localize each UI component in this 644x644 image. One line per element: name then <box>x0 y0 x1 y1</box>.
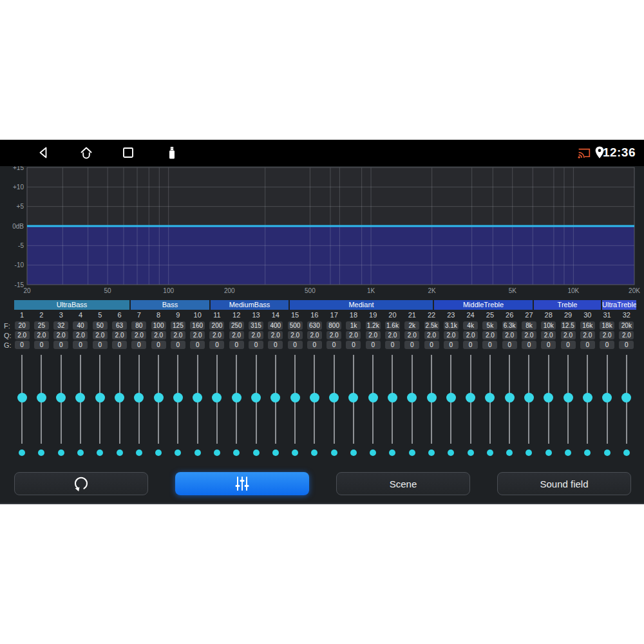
band-gain-slider[interactable] <box>383 350 402 460</box>
scene-button[interactable]: Scene <box>336 472 470 495</box>
slider-knob[interactable] <box>270 393 280 402</box>
band-freq-chip[interactable]: 315 <box>249 321 263 330</box>
band-gain-chip[interactable]: 0 <box>151 341 166 349</box>
band-q-chip[interactable]: 2.0 <box>482 331 497 339</box>
band-q-chip[interactable]: 2.0 <box>209 331 224 339</box>
band-group-treble[interactable]: Treble <box>534 300 601 310</box>
band-q-chip[interactable]: 2.0 <box>93 331 108 339</box>
slider-knob[interactable] <box>368 393 378 402</box>
band-gain-chip[interactable]: 0 <box>73 341 88 349</box>
band-group-mediumbass[interactable]: MediumBass <box>211 300 289 310</box>
band-freq-chip[interactable]: 20k <box>619 321 634 330</box>
band-gain-slider[interactable] <box>129 350 149 460</box>
band-gain-chip[interactable]: 0 <box>619 341 634 349</box>
band-q-chip[interactable]: 2.0 <box>327 331 341 339</box>
band-gain-chip[interactable]: 0 <box>346 341 361 349</box>
band-q-chip[interactable]: 2.0 <box>561 331 576 339</box>
band-freq-chip[interactable]: 5k <box>482 321 497 330</box>
slider-knob[interactable] <box>173 393 183 402</box>
band-gain-chip[interactable]: 0 <box>541 341 556 349</box>
band-gain-chip[interactable]: 0 <box>268 341 283 349</box>
band-gain-slider[interactable] <box>52 350 71 460</box>
slider-knob[interactable] <box>485 393 495 402</box>
band-q-chip[interactable]: 2.0 <box>307 331 322 339</box>
band-freq-chip[interactable]: 100 <box>151 321 166 330</box>
band-gain-chip[interactable]: 0 <box>15 341 30 349</box>
slider-knob[interactable] <box>95 393 105 402</box>
band-q-chip[interactable]: 2.0 <box>600 331 614 339</box>
band-q-chip[interactable]: 2.0 <box>541 331 556 339</box>
band-q-chip[interactable]: 2.0 <box>53 331 68 339</box>
band-freq-chip[interactable]: 25 <box>34 321 49 330</box>
band-gain-chip[interactable]: 0 <box>171 341 185 349</box>
band-gain-slider[interactable] <box>266 350 285 460</box>
band-gain-slider[interactable] <box>246 350 265 460</box>
band-freq-chip[interactable]: 250 <box>229 321 244 330</box>
band-gain-slider[interactable] <box>402 350 422 460</box>
band-gain-chip[interactable]: 0 <box>34 341 49 349</box>
sound-field-button[interactable]: Sound field <box>497 472 631 495</box>
band-q-chip[interactable]: 2.0 <box>404 331 419 339</box>
band-freq-chip[interactable]: 1.2k <box>366 321 381 330</box>
band-q-chip[interactable]: 2.0 <box>151 331 166 339</box>
band-gain-slider[interactable] <box>617 350 636 460</box>
band-freq-chip[interactable]: 80 <box>131 321 146 330</box>
band-q-chip[interactable]: 2.0 <box>171 331 185 339</box>
band-freq-chip[interactable]: 10k <box>541 321 556 330</box>
band-freq-chip[interactable]: 32 <box>53 321 68 330</box>
band-gain-slider[interactable] <box>305 350 324 460</box>
band-freq-chip[interactable]: 200 <box>209 321 224 330</box>
slider-knob[interactable] <box>348 393 358 402</box>
band-gain-chip[interactable]: 0 <box>463 341 478 349</box>
band-q-chip[interactable]: 2.0 <box>288 331 303 339</box>
band-freq-chip[interactable]: 1.6k <box>385 321 400 330</box>
band-freq-chip[interactable]: 12.5 <box>561 321 576 330</box>
band-freq-chip[interactable]: 63 <box>112 321 127 330</box>
band-gain-slider[interactable] <box>578 350 597 460</box>
band-gain-chip[interactable]: 0 <box>580 341 595 349</box>
band-gain-slider[interactable] <box>558 350 578 460</box>
band-gain-chip[interactable]: 0 <box>404 341 419 349</box>
band-gain-slider[interactable] <box>227 350 246 460</box>
slider-knob[interactable] <box>407 393 417 402</box>
slider-knob[interactable] <box>115 393 124 402</box>
slider-knob[interactable] <box>621 393 631 402</box>
band-q-chip[interactable]: 2.0 <box>502 331 517 339</box>
band-gain-slider[interactable] <box>519 350 538 460</box>
band-gain-chip[interactable]: 0 <box>366 341 381 349</box>
band-gain-chip[interactable]: 0 <box>288 341 303 349</box>
band-freq-chip[interactable]: 2k <box>404 321 419 330</box>
band-gain-slider[interactable] <box>188 350 207 460</box>
band-gain-chip[interactable]: 0 <box>307 341 322 349</box>
band-q-chip[interactable]: 2.0 <box>580 331 595 339</box>
band-q-chip[interactable]: 2.0 <box>131 331 146 339</box>
band-q-chip[interactable]: 2.0 <box>73 331 88 339</box>
band-freq-chip[interactable]: 3.1k <box>444 321 459 330</box>
band-gain-slider[interactable] <box>12 350 32 460</box>
band-group-bass[interactable]: Bass <box>131 300 209 310</box>
slider-knob[interactable] <box>564 393 573 402</box>
band-freq-chip[interactable]: 2.5k <box>424 321 439 330</box>
band-q-chip[interactable]: 2.0 <box>522 331 536 339</box>
slider-knob[interactable] <box>544 393 553 402</box>
band-gain-slider[interactable] <box>422 350 441 460</box>
band-gain-slider[interactable] <box>285 350 305 460</box>
slider-knob[interactable] <box>37 393 46 402</box>
band-q-chip[interactable]: 2.0 <box>268 331 283 339</box>
slider-knob[interactable] <box>602 393 612 402</box>
band-gain-chip[interactable]: 0 <box>600 341 614 349</box>
slider-knob[interactable] <box>505 393 515 402</box>
band-gain-chip[interactable]: 0 <box>53 341 68 349</box>
band-gain-chip[interactable]: 0 <box>229 341 244 349</box>
band-gain-slider[interactable] <box>441 350 460 460</box>
band-gain-chip[interactable]: 0 <box>112 341 127 349</box>
band-freq-chip[interactable]: 50 <box>93 321 108 330</box>
band-q-chip[interactable]: 2.0 <box>112 331 127 339</box>
band-gain-chip[interactable]: 0 <box>131 341 146 349</box>
band-gain-slider[interactable] <box>207 350 227 460</box>
band-gain-chip[interactable]: 0 <box>424 341 439 349</box>
reset-button[interactable] <box>14 472 148 495</box>
slider-knob[interactable] <box>193 393 202 402</box>
recents-icon[interactable] <box>120 145 136 160</box>
band-gain-slider[interactable] <box>168 350 187 460</box>
